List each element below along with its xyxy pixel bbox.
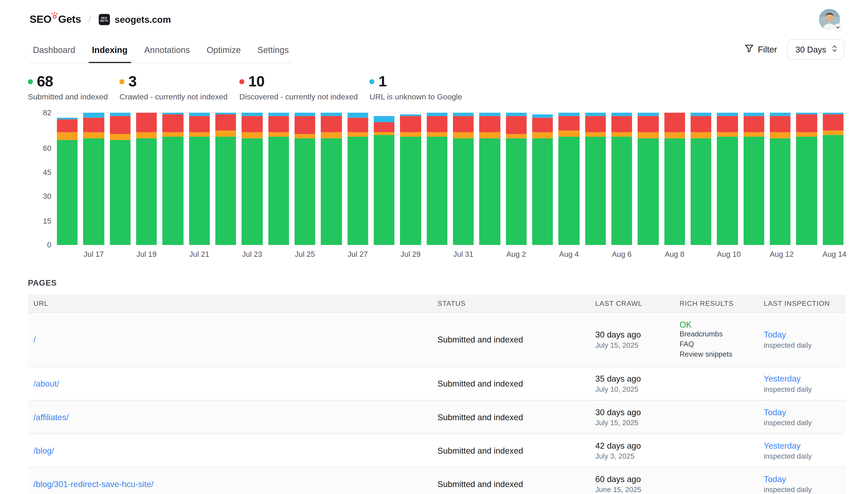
- table-header-row: URLSTATUSLAST CRAWLRICH RESULTSLAST INSP…: [28, 294, 846, 313]
- last-inspection-link[interactable]: Today: [764, 474, 786, 483]
- bar-segment-submitted: [189, 137, 210, 245]
- bar-segment-crawled: [664, 132, 685, 138]
- bar-segment-unknown: [453, 113, 474, 116]
- chart-bar-jul-22: [215, 113, 236, 245]
- chart-bars: [57, 113, 844, 245]
- bar-segment-crawled: [611, 132, 632, 137]
- bar-segment-unknown: [242, 113, 263, 116]
- bar-segment-submitted: [268, 137, 289, 245]
- date-range-value: 30 Days: [795, 45, 826, 54]
- x-axis-label: Aug 4: [559, 250, 579, 259]
- chart-bar-jul-25: [294, 113, 315, 245]
- x-axis-label: [796, 250, 817, 259]
- indexing-stats: 68Submitted and indexed3Crawled - curren…: [0, 63, 868, 101]
- bar-segment-discovered: [268, 116, 289, 132]
- bar-segment-discovered: [559, 116, 579, 130]
- breadcrumb: SEO Gets / SEOGETS seogets.com: [30, 14, 171, 26]
- x-axis-label: [374, 250, 394, 259]
- table-row: /about/Submitted and indexed35 days agoJ…: [28, 366, 846, 400]
- bar-segment-crawled: [744, 132, 764, 137]
- site-switcher[interactable]: SEOGETS seogets.com: [98, 14, 171, 25]
- seo-gets-logo[interactable]: SEO Gets: [30, 14, 81, 26]
- x-axis-label: Aug 2: [506, 250, 527, 259]
- chart-bar-aug-12: [770, 113, 791, 245]
- x-axis-label: Aug 10: [717, 250, 738, 259]
- bar-segment-submitted: [796, 137, 817, 245]
- bar-segment-unknown: [585, 113, 606, 116]
- bar-segment-submitted: [691, 138, 711, 245]
- table-row: /blog/301-redirect-save-hcu-site/Submitt…: [28, 467, 846, 494]
- bar-segment-discovered: [321, 116, 342, 132]
- bar-segment-submitted: [664, 138, 685, 245]
- last-inspection-link[interactable]: Yesterday: [764, 374, 801, 383]
- rich-result-item: Breadcrumbs: [679, 329, 753, 340]
- stat-dot-icon: [120, 79, 124, 84]
- bar-segment-submitted: [823, 135, 844, 245]
- column-header-rich-results: RICH RESULTS: [674, 294, 758, 313]
- page-url-link[interactable]: /about/: [34, 379, 59, 388]
- bar-segment-crawled: [83, 132, 104, 138]
- bar-segment-discovered: [162, 114, 184, 132]
- bar-segment-discovered: [110, 116, 131, 134]
- stat-card-0[interactable]: 68Submitted and indexed: [28, 73, 108, 101]
- bar-segment-crawled: [717, 132, 738, 137]
- x-axis-label: Jul 17: [83, 250, 104, 259]
- page-url-link[interactable]: /affiliates/: [34, 412, 69, 422]
- bar-segment-crawled: [294, 134, 315, 138]
- bar-segment-unknown: [823, 113, 844, 114]
- tab-annotations[interactable]: Annotations: [141, 41, 193, 62]
- filter-label: Filter: [758, 44, 777, 54]
- chart-bar-aug-1: [479, 113, 500, 245]
- bar-segment-crawled: [691, 132, 711, 138]
- page-url-link[interactable]: /blog/: [34, 445, 54, 455]
- bar-segment-discovered: [532, 118, 553, 132]
- bar-segment-unknown: [427, 113, 447, 116]
- bar-segment-discovered: [294, 116, 315, 134]
- breadcrumb-separator: /: [88, 14, 91, 26]
- stat-card-2[interactable]: 10Discovered - currently not indexed: [239, 73, 358, 101]
- bar-segment-crawled: [374, 132, 394, 135]
- stat-card-1[interactable]: 3Crawled - currently not indexed: [120, 73, 228, 101]
- filter-button[interactable]: Filter: [745, 44, 777, 55]
- page-status: Submitted and indexed: [438, 479, 523, 489]
- chart-plot: Jul 17Jul 19Jul 21Jul 23Jul 25Jul 27Jul …: [57, 113, 844, 258]
- chart-x-axis: Jul 17Jul 19Jul 21Jul 23Jul 25Jul 27Jul …: [57, 250, 844, 259]
- bar-segment-crawled: [321, 132, 342, 138]
- chart-bar-jul-27: [347, 113, 368, 245]
- chart-bar-jul-26: [321, 113, 342, 245]
- tab-settings[interactable]: Settings: [254, 41, 292, 62]
- indexing-chart: 01530456082 Jul 17Jul 19Jul 21Jul 23Jul …: [0, 101, 868, 258]
- x-axis-label: [321, 250, 342, 259]
- page-status: Submitted and indexed: [438, 335, 523, 344]
- page-url-link[interactable]: /: [34, 335, 36, 344]
- last-crawl-relative: 60 days ago: [595, 474, 668, 483]
- last-inspection-link[interactable]: Today: [764, 407, 786, 417]
- stat-label: URL is unknown to Google: [369, 92, 462, 101]
- x-axis-label: Jul 21: [189, 250, 210, 259]
- bar-segment-unknown: [796, 113, 817, 114]
- date-range-select[interactable]: 30 Days: [787, 39, 845, 60]
- tab-optimize[interactable]: Optimize: [203, 41, 244, 62]
- bar-segment-discovered: [242, 116, 263, 132]
- last-inspection-link[interactable]: Today: [764, 330, 786, 340]
- y-axis-label: 15: [43, 216, 52, 225]
- stat-value: 68: [37, 73, 53, 91]
- x-axis-label: [110, 250, 131, 259]
- bar-segment-discovered: [585, 116, 606, 132]
- bar-segment-unknown: [717, 113, 738, 116]
- inspection-note: inspected daily: [764, 452, 840, 460]
- x-axis-label: Jul 23: [242, 250, 263, 259]
- user-menu[interactable]: [819, 9, 840, 30]
- inspection-note: inspected daily: [764, 485, 840, 494]
- tab-indexing[interactable]: Indexing: [89, 41, 131, 63]
- last-crawl-relative: 35 days ago: [595, 374, 668, 383]
- bar-segment-discovered: [638, 116, 659, 132]
- x-axis-label: Jul 29: [400, 250, 421, 259]
- last-inspection-link[interactable]: Yesterday: [764, 441, 801, 450]
- bar-segment-submitted: [57, 140, 78, 245]
- stat-card-3[interactable]: 1URL is unknown to Google: [369, 73, 462, 101]
- page-url-link[interactable]: /blog/301-redirect-save-hcu-site/: [34, 479, 153, 489]
- tab-dashboard[interactable]: Dashboard: [30, 41, 79, 62]
- y-axis-label: 45: [43, 168, 52, 177]
- bar-segment-crawled: [57, 132, 78, 140]
